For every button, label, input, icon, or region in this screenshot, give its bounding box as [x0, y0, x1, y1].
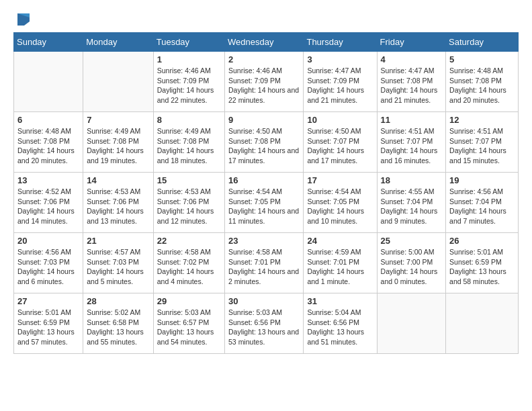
- day-info: Sunrise: 4:56 AMSunset: 7:03 PMDaylight:…: [17, 247, 79, 287]
- day-info: Sunrise: 5:03 AMSunset: 6:57 PMDaylight:…: [157, 308, 221, 347]
- calendar-cell: 14Sunrise: 4:53 AMSunset: 7:06 PMDayligh…: [83, 173, 153, 233]
- day-number: 14: [87, 175, 149, 185]
- day-number: 30: [228, 296, 300, 306]
- calendar-cell: 23Sunrise: 4:58 AMSunset: 7:01 PMDayligh…: [225, 233, 304, 293]
- col-header-monday: Monday: [83, 33, 153, 52]
- day-number: 15: [157, 175, 221, 185]
- calendar-cell: 29Sunrise: 5:03 AMSunset: 6:57 PMDayligh…: [153, 293, 224, 354]
- calendar-cell: 17Sunrise: 4:54 AMSunset: 7:05 PMDayligh…: [304, 173, 377, 233]
- day-number: 20: [17, 236, 79, 246]
- calendar-cell: 7Sunrise: 4:49 AMSunset: 7:08 PMDaylight…: [83, 112, 153, 173]
- day-number: 7: [87, 115, 149, 125]
- day-number: 12: [449, 115, 515, 125]
- calendar-cell: 19Sunrise: 4:56 AMSunset: 7:04 PMDayligh…: [446, 173, 519, 233]
- day-info: Sunrise: 4:49 AMSunset: 7:08 PMDaylight:…: [157, 126, 221, 166]
- calendar-cell: 9Sunrise: 4:50 AMSunset: 7:08 PMDaylight…: [225, 112, 304, 173]
- day-info: Sunrise: 5:00 AMSunset: 7:00 PMDaylight:…: [381, 247, 443, 287]
- calendar-cell: 31Sunrise: 5:04 AMSunset: 6:56 PMDayligh…: [304, 293, 377, 354]
- day-info: Sunrise: 4:54 AMSunset: 7:05 PMDaylight:…: [307, 187, 373, 226]
- calendar-cell: 3Sunrise: 4:47 AMSunset: 7:09 PMDaylight…: [304, 52, 377, 112]
- day-info: Sunrise: 4:53 AMSunset: 7:06 PMDaylight:…: [157, 187, 221, 226]
- logo-icon: [15, 13, 30, 26]
- day-number: 29: [157, 296, 221, 306]
- calendar-cell: 12Sunrise: 4:51 AMSunset: 7:07 PMDayligh…: [446, 112, 519, 173]
- calendar-cell: 30Sunrise: 5:03 AMSunset: 6:56 PMDayligh…: [225, 293, 304, 354]
- calendar-cell: 4Sunrise: 4:47 AMSunset: 7:08 PMDaylight…: [377, 52, 446, 112]
- logo: [13, 13, 30, 26]
- calendar-cell: 25Sunrise: 5:00 AMSunset: 7:00 PMDayligh…: [377, 233, 446, 293]
- calendar-table: SundayMondayTuesdayWednesdayThursdayFrid…: [13, 32, 519, 354]
- day-info: Sunrise: 4:48 AMSunset: 7:08 PMDaylight:…: [449, 66, 515, 105]
- day-info: Sunrise: 4:46 AMSunset: 7:09 PMDaylight:…: [228, 66, 300, 105]
- calendar-cell: 20Sunrise: 4:56 AMSunset: 7:03 PMDayligh…: [14, 233, 83, 293]
- col-header-wednesday: Wednesday: [225, 33, 304, 52]
- day-info: Sunrise: 4:55 AMSunset: 7:04 PMDaylight:…: [381, 187, 443, 226]
- col-header-thursday: Thursday: [304, 33, 377, 52]
- day-number: 11: [381, 115, 443, 125]
- day-number: 18: [381, 175, 443, 185]
- day-number: 5: [449, 54, 515, 64]
- day-number: 1: [157, 54, 221, 64]
- calendar-cell: 5Sunrise: 4:48 AMSunset: 7:08 PMDaylight…: [446, 52, 519, 112]
- day-number: 28: [87, 296, 149, 306]
- day-number: 24: [307, 236, 373, 246]
- calendar-cell: 8Sunrise: 4:49 AMSunset: 7:08 PMDaylight…: [153, 112, 224, 173]
- calendar-week-4: 20Sunrise: 4:56 AMSunset: 7:03 PMDayligh…: [14, 233, 519, 293]
- day-number: 22: [157, 236, 221, 246]
- day-number: 17: [307, 175, 373, 185]
- calendar-week-1: 1Sunrise: 4:46 AMSunset: 7:09 PMDaylight…: [14, 52, 519, 112]
- calendar-cell: 10Sunrise: 4:50 AMSunset: 7:07 PMDayligh…: [304, 112, 377, 173]
- col-header-tuesday: Tuesday: [153, 33, 224, 52]
- day-info: Sunrise: 4:49 AMSunset: 7:08 PMDaylight:…: [87, 126, 149, 166]
- calendar-cell: 21Sunrise: 4:57 AMSunset: 7:03 PMDayligh…: [83, 233, 153, 293]
- calendar-cell: 26Sunrise: 5:01 AMSunset: 6:59 PMDayligh…: [446, 233, 519, 293]
- day-info: Sunrise: 4:50 AMSunset: 7:08 PMDaylight:…: [228, 126, 300, 166]
- day-number: 10: [307, 115, 373, 125]
- day-info: Sunrise: 4:50 AMSunset: 7:07 PMDaylight:…: [307, 126, 373, 166]
- calendar-cell: [446, 293, 519, 354]
- day-info: Sunrise: 4:54 AMSunset: 7:05 PMDaylight:…: [228, 187, 300, 226]
- page-header: [13, 13, 519, 26]
- day-number: 8: [157, 115, 221, 125]
- day-number: 23: [228, 236, 300, 246]
- day-info: Sunrise: 4:58 AMSunset: 7:01 PMDaylight:…: [228, 247, 300, 287]
- col-header-friday: Friday: [377, 33, 446, 52]
- day-info: Sunrise: 4:46 AMSunset: 7:09 PMDaylight:…: [157, 66, 221, 105]
- day-info: Sunrise: 4:53 AMSunset: 7:06 PMDaylight:…: [87, 187, 149, 226]
- calendar-week-3: 13Sunrise: 4:52 AMSunset: 7:06 PMDayligh…: [14, 173, 519, 233]
- day-info: Sunrise: 5:01 AMSunset: 6:59 PMDaylight:…: [449, 247, 515, 287]
- calendar-cell: [14, 52, 83, 112]
- day-number: 4: [381, 54, 443, 64]
- calendar-cell: 2Sunrise: 4:46 AMSunset: 7:09 PMDaylight…: [225, 52, 304, 112]
- calendar-cell: 1Sunrise: 4:46 AMSunset: 7:09 PMDaylight…: [153, 52, 224, 112]
- day-info: Sunrise: 4:47 AMSunset: 7:09 PMDaylight:…: [307, 66, 373, 105]
- day-number: 13: [17, 175, 79, 185]
- day-info: Sunrise: 4:59 AMSunset: 7:01 PMDaylight:…: [307, 247, 373, 287]
- calendar-cell: 13Sunrise: 4:52 AMSunset: 7:06 PMDayligh…: [14, 173, 83, 233]
- day-number: 21: [87, 236, 149, 246]
- day-number: 25: [381, 236, 443, 246]
- day-info: Sunrise: 5:01 AMSunset: 6:59 PMDaylight:…: [17, 308, 79, 347]
- calendar-cell: 27Sunrise: 5:01 AMSunset: 6:59 PMDayligh…: [14, 293, 83, 354]
- day-info: Sunrise: 5:03 AMSunset: 6:56 PMDaylight:…: [228, 308, 300, 347]
- day-number: 31: [307, 296, 373, 306]
- day-info: Sunrise: 4:51 AMSunset: 7:07 PMDaylight:…: [381, 126, 443, 166]
- day-number: 16: [228, 175, 300, 185]
- calendar-header-row: SundayMondayTuesdayWednesdayThursdayFrid…: [14, 33, 519, 52]
- calendar-week-5: 27Sunrise: 5:01 AMSunset: 6:59 PMDayligh…: [14, 293, 519, 354]
- calendar-week-2: 6Sunrise: 4:48 AMSunset: 7:08 PMDaylight…: [14, 112, 519, 173]
- day-info: Sunrise: 4:57 AMSunset: 7:03 PMDaylight:…: [87, 247, 149, 287]
- col-header-sunday: Sunday: [14, 33, 83, 52]
- calendar-cell: 11Sunrise: 4:51 AMSunset: 7:07 PMDayligh…: [377, 112, 446, 173]
- calendar-cell: 6Sunrise: 4:48 AMSunset: 7:08 PMDaylight…: [14, 112, 83, 173]
- calendar-cell: [377, 293, 446, 354]
- day-info: Sunrise: 4:48 AMSunset: 7:08 PMDaylight:…: [17, 126, 79, 166]
- calendar-cell: [83, 52, 153, 112]
- day-info: Sunrise: 4:56 AMSunset: 7:04 PMDaylight:…: [449, 187, 515, 226]
- day-number: 27: [17, 296, 79, 306]
- day-info: Sunrise: 4:58 AMSunset: 7:02 PMDaylight:…: [157, 247, 221, 287]
- calendar-cell: 18Sunrise: 4:55 AMSunset: 7:04 PMDayligh…: [377, 173, 446, 233]
- calendar-cell: 28Sunrise: 5:02 AMSunset: 6:58 PMDayligh…: [83, 293, 153, 354]
- day-info: Sunrise: 5:04 AMSunset: 6:56 PMDaylight:…: [307, 308, 373, 347]
- day-number: 9: [228, 115, 300, 125]
